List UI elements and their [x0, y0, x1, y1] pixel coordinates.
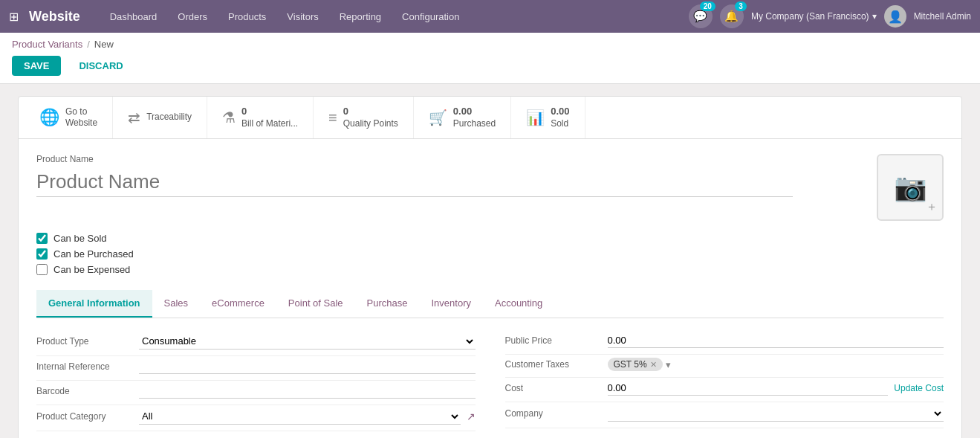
sold-count: 0.00: [551, 106, 569, 118]
company-selector[interactable]: My Company (San Francisco) ▾: [751, 11, 877, 22]
tab-accounting[interactable]: Accounting: [483, 290, 554, 318]
nav-links: Dashboard Orders Products Visitors Repor…: [101, 7, 689, 27]
website-icon: 🌐: [39, 108, 59, 127]
traceability-label: Traceability: [146, 112, 192, 123]
activity-button[interactable]: 🔔 3: [720, 4, 744, 28]
purchased-button[interactable]: 🛒 0.00 Purchased: [414, 97, 511, 138]
goto-website-label2: Website: [65, 117, 97, 129]
traceability-button[interactable]: ⇄ Traceability: [113, 97, 207, 138]
public-price-field: Public Price: [505, 333, 944, 355]
tab-purchase[interactable]: Purchase: [355, 290, 420, 318]
purchased-count: 0.00: [453, 106, 496, 118]
fields-grid: Product Type Consumable Storable Product…: [36, 333, 944, 438]
nav-orders[interactable]: Orders: [169, 7, 216, 27]
product-type-field: Product Type Consumable Storable Product…: [36, 333, 476, 356]
tab-ecommerce[interactable]: eCommerce: [200, 290, 276, 318]
breadcrumb: Product Variants / New: [12, 39, 968, 50]
quality-icon: ≡: [328, 109, 337, 126]
goto-website-button[interactable]: 🌐 Go to Website: [25, 97, 113, 138]
sold-label: Sold: [551, 118, 569, 130]
quality-count: 0: [343, 106, 398, 118]
category-external-link-icon[interactable]: ↗: [467, 410, 476, 422]
right-column: Public Price Customer Taxes GST 5% ✕ ▾: [505, 333, 944, 438]
breadcrumb-current: New: [94, 39, 114, 50]
purchased-label: Purchased: [453, 118, 496, 130]
product-photo-upload[interactable]: 📷 ＋: [877, 154, 944, 221]
cost-input[interactable]: [608, 381, 889, 396]
product-name-section: Product Name 📷 ＋: [36, 154, 944, 221]
gst-remove-icon[interactable]: ✕: [650, 360, 657, 370]
form-body: Product Name 📷 ＋ Can be Sold Can be Purc…: [19, 139, 961, 438]
barcode-input[interactable]: [139, 384, 476, 399]
gst-tag: GST 5% ✕: [608, 358, 663, 371]
discard-button[interactable]: DISCARD: [67, 56, 134, 76]
bom-label: Bill of Materi...: [241, 118, 298, 130]
nav-dashboard[interactable]: Dashboard: [101, 7, 166, 27]
action-buttons: SAVE DISCARD: [12, 56, 968, 83]
tab-general-information[interactable]: General Information: [36, 290, 152, 318]
purchased-icon: 🛒: [429, 109, 447, 126]
cost-field: Cost Update Cost: [505, 381, 944, 402]
breadcrumb-separator: /: [87, 39, 90, 50]
product-name-label: Product Name: [36, 154, 877, 164]
top-navigation: ⊞ Website Dashboard Orders Products Visi…: [0, 0, 980, 33]
company-field: Company: [505, 405, 944, 428]
product-name-input[interactable]: [36, 167, 793, 197]
can-be-sold-checkbox[interactable]: Can be Sold: [36, 233, 944, 244]
gst-label: GST 5%: [614, 359, 647, 370]
tab-inventory[interactable]: Inventory: [420, 290, 483, 318]
bom-button[interactable]: ⚗ 0 Bill of Materi...: [207, 97, 314, 138]
can-be-expensed-checkbox[interactable]: Can be Expensed: [36, 264, 944, 275]
breadcrumb-link[interactable]: Product Variants: [12, 39, 82, 50]
left-column: Product Type Consumable Storable Product…: [36, 333, 476, 438]
breadcrumb-area: Product Variants / New SAVE DISCARD: [0, 33, 980, 84]
bom-count: 0: [241, 106, 298, 118]
nav-configuration[interactable]: Configuration: [393, 7, 468, 27]
product-category-select[interactable]: All: [139, 408, 461, 425]
nav-products[interactable]: Products: [219, 7, 275, 27]
barcode-field: Barcode: [36, 384, 476, 405]
goto-website-label: Go to: [65, 106, 97, 118]
hsn-sac-field: HSN/SAC Code: [36, 434, 476, 438]
user-avatar[interactable]: 👤: [884, 5, 906, 28]
activity-badge: 3: [735, 1, 747, 11]
grid-menu-icon[interactable]: ⊞: [9, 10, 19, 24]
checkbox-group: Can be Sold Can be Purchased Can be Expe…: [36, 233, 944, 275]
sold-button[interactable]: 📊 0.00 Sold: [511, 97, 585, 138]
tab-sales[interactable]: Sales: [152, 290, 201, 318]
quality-points-button[interactable]: ≡ 0 Quality Points: [314, 97, 414, 138]
sold-icon: 📊: [526, 109, 545, 126]
smart-buttons-bar: 🌐 Go to Website ⇄ Traceability ⚗ 0 Bill …: [19, 97, 961, 139]
company-select[interactable]: [608, 405, 944, 422]
app-brand: Website: [29, 9, 80, 25]
company-dropdown-icon: ▾: [872, 11, 877, 22]
photo-plus-icon: ＋: [926, 199, 938, 215]
nav-right: 💬 20 🔔 3 My Company (San Francisco) ▾ 👤 …: [689, 4, 971, 28]
public-price-input[interactable]: [608, 333, 944, 348]
customer-taxes-field: Customer Taxes GST 5% ✕ ▾: [505, 358, 944, 378]
bom-icon: ⚗: [222, 109, 236, 126]
form-card: 🌐 Go to Website ⇄ Traceability ⚗ 0 Bill …: [18, 96, 962, 438]
product-category-field: Product Category All ↗: [36, 408, 476, 431]
internal-reference-field: Internal Reference: [36, 359, 476, 381]
can-be-purchased-checkbox[interactable]: Can be Purchased: [36, 248, 944, 260]
tab-point-of-sale[interactable]: Point of Sale: [276, 290, 355, 318]
internal-reference-input[interactable]: [139, 359, 476, 374]
hsn-sac-input[interactable]: [139, 434, 476, 438]
messages-button[interactable]: 💬 20: [689, 4, 713, 28]
tabs-bar: General Information Sales eCommerce Poin…: [36, 290, 944, 318]
messages-badge: 20: [700, 1, 715, 11]
product-type-select[interactable]: Consumable Storable Product Service: [139, 333, 476, 350]
nav-visitors[interactable]: Visitors: [278, 7, 327, 27]
customer-taxes-dropdown-icon: ▾: [666, 359, 671, 370]
company-name: My Company (San Francisco): [751, 11, 869, 22]
save-button[interactable]: SAVE: [12, 56, 61, 76]
main-content: 🌐 Go to Website ⇄ Traceability ⚗ 0 Bill …: [0, 84, 980, 438]
update-cost-button[interactable]: Update Cost: [894, 383, 944, 393]
nav-reporting[interactable]: Reporting: [331, 7, 390, 27]
quality-label: Quality Points: [343, 118, 398, 130]
traceability-icon: ⇄: [128, 109, 140, 126]
user-name: Mitchell Admin: [914, 11, 971, 22]
